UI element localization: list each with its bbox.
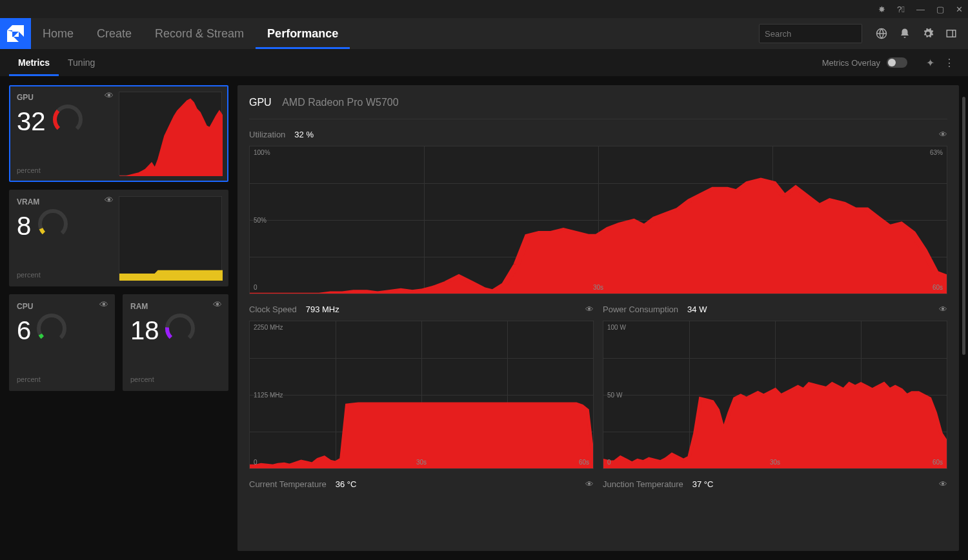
axis-label: 100% — [254, 149, 270, 156]
axis-label: 1125 MHz — [254, 392, 283, 399]
main: GPU 32 percent 👁 VRAM 8 percent 👁 — [0, 76, 968, 560]
nav-performance[interactable]: Performance — [256, 18, 350, 49]
power-value: 34 W — [687, 305, 707, 314]
card-ram-unit: percent — [130, 375, 154, 383]
card-gpu-value: 32 — [17, 107, 46, 136]
gear-icon[interactable] — [916, 28, 940, 39]
util-value: 32 % — [294, 130, 314, 139]
power-block: Power Consumption 34 W 👁 100 W 50 W 0 30… — [603, 305, 947, 469]
nav-home[interactable]: Home — [31, 18, 85, 49]
temp-label: Current Temperature — [249, 479, 327, 489]
detail-title-main: GPU — [249, 97, 272, 108]
axis-label: 100 W — [607, 324, 626, 331]
eye-icon[interactable]: 👁 — [939, 130, 947, 139]
spark-vram — [119, 196, 222, 280]
header: Home Create Record & Stream Performance — [0, 18, 968, 49]
search-input[interactable] — [765, 29, 873, 39]
help-icon[interactable]: ?⃝ — [897, 5, 905, 14]
gauge-vram — [36, 207, 70, 241]
amd-logo[interactable] — [0, 18, 31, 49]
card-gpu-title: GPU — [17, 93, 114, 102]
axis-label: 2250 MHz — [254, 324, 283, 331]
jtemp-label: Junction Temperature — [603, 479, 683, 489]
axis-label: 30s — [416, 459, 427, 466]
detail-title: GPU AMD Radeon Pro W5700 — [249, 97, 947, 119]
spark-gpu — [119, 92, 222, 175]
svg-point-9 — [35, 312, 68, 345]
temp-block: Current Temperature 36 °C 👁 — [249, 479, 594, 495]
axis-label: 0 — [254, 459, 257, 466]
clock-value: 793 MHz — [306, 305, 339, 314]
clock-block: Clock Speed 793 MHz 👁 2250 MHz 1125 MHz … — [249, 305, 594, 469]
axis-label: 60s — [933, 459, 943, 466]
card-ram-title: RAM — [130, 302, 221, 311]
scrollbar[interactable] — [962, 97, 965, 355]
chart-power: 100 W 50 W 0 30s 60s — [603, 321, 947, 469]
card-vram-value: 8 — [17, 212, 31, 241]
search-box[interactable] — [759, 24, 862, 43]
svg-rect-3 — [947, 30, 956, 37]
card-cpu[interactable]: CPU 6 percent 👁 — [9, 294, 115, 391]
card-gpu[interactable]: GPU 32 percent 👁 — [9, 85, 228, 182]
maximize-icon[interactable]: ▢ — [936, 5, 944, 14]
axis-label: 60s — [933, 284, 943, 291]
globe-icon[interactable] — [870, 28, 893, 39]
utilization-block: Utilization 32 % 👁 100% 63% 50% 0 30s 60… — [249, 130, 947, 294]
subheader: Metrics Tuning Metrics Overlay ✦ ⋮ — [0, 49, 968, 76]
card-cpu-unit: percent — [17, 375, 41, 383]
panel-icon[interactable] — [940, 28, 963, 39]
sidebar: GPU 32 percent 👁 VRAM 8 percent 👁 — [9, 85, 228, 551]
util-label: Utilization — [249, 130, 285, 139]
card-cpu-value: 6 — [17, 316, 31, 345]
gauge-gpu — [51, 103, 85, 136]
subtab-metrics[interactable]: Metrics — [9, 49, 59, 76]
eye-icon[interactable]: 👁 — [213, 299, 222, 310]
card-cpu-title: CPU — [17, 302, 107, 311]
card-vram[interactable]: VRAM 8 percent 👁 — [9, 190, 228, 286]
card-gpu-unit: percent — [17, 166, 41, 174]
jtemp-block: Junction Temperature 37 °C 👁 — [603, 479, 947, 495]
more-icon[interactable]: ⋮ — [940, 57, 959, 69]
card-ram[interactable]: RAM 18 percent 👁 — [123, 294, 228, 391]
nav-create[interactable]: Create — [85, 18, 143, 49]
axis-label: 60s — [579, 459, 589, 466]
detail-panel: GPU AMD Radeon Pro W5700 Utilization 32 … — [237, 85, 959, 551]
nav-record[interactable]: Record & Stream — [143, 18, 256, 49]
axis-label: 30s — [593, 284, 603, 291]
bug-icon[interactable]: ✸ — [878, 5, 885, 14]
bell-icon[interactable] — [893, 28, 916, 39]
card-vram-title: VRAM — [17, 197, 114, 206]
minimize-icon[interactable]: — — [916, 5, 925, 14]
axis-label: 63% — [930, 149, 943, 156]
axis-label: 50% — [254, 217, 267, 224]
axis-label: 50 W — [607, 392, 622, 399]
eye-icon[interactable]: 👁 — [99, 299, 108, 310]
subtab-tuning[interactable]: Tuning — [59, 49, 104, 76]
sparkle-icon[interactable]: ✦ — [920, 57, 940, 69]
titlebar: ✸ ?⃝ — ▢ ✕ — [0, 0, 968, 18]
gauge-ram — [163, 312, 197, 345]
card-vram-unit: percent — [17, 271, 41, 279]
eye-icon[interactable]: 👁 — [939, 305, 947, 314]
detail-subtitle: AMD Radeon Pro W5700 — [282, 97, 399, 108]
jtemp-value: 37 °C — [692, 479, 714, 489]
metrics-overlay-toggle[interactable] — [887, 57, 907, 68]
eye-icon[interactable]: 👁 — [585, 479, 594, 489]
eye-icon[interactable]: 👁 — [105, 195, 114, 205]
power-label: Power Consumption — [603, 305, 678, 314]
chart-clock: 2250 MHz 1125 MHz 0 30s 60s — [249, 321, 594, 469]
eye-icon[interactable]: 👁 — [105, 90, 114, 101]
svg-point-7 — [36, 207, 70, 241]
chart-utilization: 100% 63% 50% 0 30s 60s — [249, 146, 947, 294]
gauge-cpu — [35, 312, 68, 345]
axis-label: 0 — [607, 459, 611, 466]
axis-label: 0 — [254, 284, 257, 291]
card-ram-value: 18 — [130, 316, 159, 345]
metrics-overlay-label: Metrics Overlay — [822, 58, 880, 68]
axis-label: 30s — [770, 459, 780, 466]
eye-icon[interactable]: 👁 — [939, 479, 947, 489]
clock-label: Clock Speed — [249, 305, 297, 314]
temp-value: 36 °C — [336, 479, 357, 489]
eye-icon[interactable]: 👁 — [585, 305, 594, 314]
close-icon[interactable]: ✕ — [956, 5, 963, 14]
